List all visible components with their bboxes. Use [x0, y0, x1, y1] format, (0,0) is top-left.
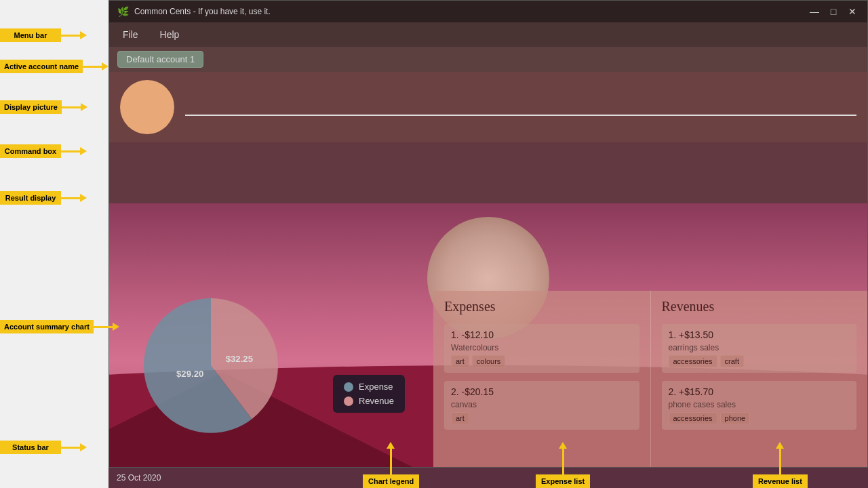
revenue-legend-label: Revenue	[359, 396, 394, 406]
account-name-bar: Default account 1	[109, 47, 867, 72]
account-name-annotation: Active account name	[0, 60, 103, 73]
revenue-1-amount: +$13.50	[679, 329, 713, 340]
status-bar-annotation: Status bar	[0, 441, 81, 454]
revenue-panel: Revenues 1. +$13.50 earrings sales acces…	[651, 291, 868, 467]
display-picture-label: Display picture	[0, 100, 62, 114]
menu-bar: File Help	[109, 22, 867, 47]
revenue-1-tag-0: accessories	[669, 355, 717, 367]
expense-2-tags: art	[451, 412, 633, 424]
panels-container: Expenses 1. -$12.10 Watercolours art col…	[433, 291, 867, 467]
account-chart-annotation: Account summary chart	[0, 320, 114, 333]
expense-2-name: canvas	[451, 400, 633, 409]
revenue-item-1: 1. +$13.50 earrings sales accessories cr…	[662, 324, 857, 373]
revenue-1-tag-1: craft	[720, 355, 744, 367]
result-display-label: Result display	[0, 191, 61, 205]
profile-command-area	[109, 72, 867, 142]
title-bar: 🌿 Common Cents - If you have it, use it.…	[109, 1, 867, 22]
command-box-annotation: Command box	[0, 144, 81, 158]
minimize-button[interactable]: —	[808, 5, 821, 18]
account-name-arrow	[83, 66, 103, 68]
command-box-arrow	[61, 150, 81, 152]
revenue-dot	[344, 396, 353, 406]
expense-1-tag-0: art	[451, 355, 469, 367]
result-display-arrow	[61, 197, 81, 199]
revenue-2-amount: +$15.70	[679, 386, 713, 397]
account-name-label: Active account name	[0, 60, 83, 73]
status-bar-label: Status bar	[0, 441, 61, 454]
revenue-2-tag-0: accessories	[669, 412, 717, 424]
chart-legend-annotation: Chart legend	[363, 447, 419, 488]
account-chart-label: Account summary chart	[0, 320, 94, 333]
expense-item-1-header: 1. -$12.10	[451, 329, 633, 340]
expense-2-amount: -$20.15	[462, 386, 494, 397]
revenue-item-2: 2. +$15.70 phone cases sales accessories…	[662, 381, 857, 430]
revenue-1-name: earrings sales	[669, 343, 850, 352]
revenue-panel-title: Revenues	[662, 299, 857, 314]
expense-1-name: Watercolours	[451, 343, 633, 352]
expense-item-2-header: 2. -$20.15	[451, 386, 633, 397]
command-input[interactable]	[185, 98, 856, 116]
revenue-list-arrow	[779, 447, 781, 474]
result-display	[109, 142, 867, 203]
revenue-item-1-header: 1. +$13.50	[669, 329, 850, 340]
expense-1-tag-1: colours	[472, 355, 505, 367]
revenue-1-number: 1.	[669, 329, 677, 340]
result-display-annotation: Result display	[0, 191, 81, 205]
title-bar-controls: — □ ✕	[808, 5, 859, 18]
display-picture-arrow	[62, 106, 82, 108]
account-badge[interactable]: Default account 1	[117, 51, 203, 68]
expense-1-amount: -$12.10	[462, 329, 494, 340]
command-box-label: Command box	[0, 144, 61, 158]
expense-item-2: 2. -$20.15 canvas art	[444, 381, 639, 430]
expense-panel-title: Expenses	[444, 299, 639, 314]
expense-2-number: 2.	[451, 386, 459, 397]
menu-help[interactable]: Help	[155, 26, 185, 43]
pie-chart-svg: $29.20 $32.25	[136, 291, 285, 440]
close-button[interactable]: ✕	[846, 5, 859, 18]
expense-list-annotation: Expense list	[536, 447, 590, 488]
revenue-2-number: 2.	[669, 386, 677, 397]
app-window: 🌿 Common Cents - If you have it, use it.…	[108, 0, 868, 468]
chart-legend-arrow	[390, 447, 392, 474]
command-box-wrapper	[185, 98, 856, 116]
revenue-2-tags: accessories phone	[669, 412, 850, 424]
account-summary-chart: $29.20 $32.25	[136, 291, 326, 453]
revenue-item-2-header: 2. +$15.70	[669, 386, 850, 397]
expense-list-label: Expense list	[536, 474, 590, 488]
expense-dot	[344, 382, 353, 392]
display-picture-annotation: Display picture	[0, 100, 82, 114]
legend-revenue: Revenue	[344, 396, 394, 406]
expense-1-number: 1.	[451, 329, 459, 340]
expense-item-1: 1. -$12.10 Watercolours art colours	[444, 324, 639, 373]
account-chart-arrow	[94, 326, 114, 328]
menu-bar-arrow	[61, 35, 81, 37]
expense-label: $29.20	[176, 369, 203, 379]
maximize-button[interactable]: □	[827, 5, 840, 18]
expense-1-tags: art colours	[451, 355, 633, 367]
revenue-label: $32.25	[226, 354, 253, 364]
revenue-list-annotation: Revenue list	[753, 447, 808, 488]
revenue-list-label: Revenue list	[753, 474, 808, 488]
revenue-2-tag-1: phone	[720, 412, 751, 424]
status-bar-arrow	[61, 447, 81, 449]
menu-bar-annotation: Menu bar	[0, 28, 81, 42]
legend-expense: Expense	[344, 382, 394, 392]
menu-bar-label: Menu bar	[0, 28, 61, 42]
app-title: Common Cents - If you have it, use it.	[134, 7, 808, 16]
chart-legend-label: Chart legend	[363, 474, 419, 488]
menu-file[interactable]: File	[117, 26, 144, 43]
display-picture[interactable]	[120, 80, 174, 134]
app-icon: 🌿	[117, 6, 129, 17]
main-content: $29.20 $32.25 Expense Revenue Expenses	[109, 203, 867, 467]
expense-2-tag-0: art	[451, 412, 469, 424]
chart-legend: Expense Revenue	[333, 375, 405, 413]
revenue-1-tags: accessories craft	[669, 355, 850, 367]
expense-panel: Expenses 1. -$12.10 Watercolours art col…	[433, 291, 651, 467]
expense-legend-label: Expense	[359, 382, 393, 392]
revenue-2-name: phone cases sales	[669, 400, 850, 409]
status-date: 25 Oct 2020	[117, 473, 161, 483]
expense-list-arrow	[562, 447, 564, 474]
